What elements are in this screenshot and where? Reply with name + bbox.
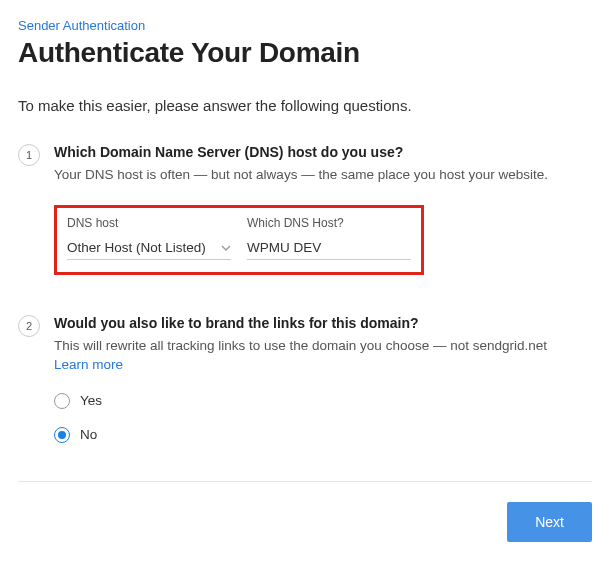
- next-button[interactable]: Next: [507, 502, 592, 542]
- step-2-desc: This will rewrite all tracking links to …: [54, 337, 592, 375]
- dns-host-value: Other Host (Not Listed): [67, 240, 206, 255]
- chevron-down-icon: [221, 241, 231, 253]
- brand-links-no[interactable]: No: [54, 427, 592, 443]
- step-1-desc: Your DNS host is often — but not always …: [54, 166, 592, 185]
- page-title: Authenticate Your Domain: [18, 37, 592, 69]
- dns-host-select[interactable]: Other Host (Not Listed): [67, 236, 231, 260]
- radio-icon: [54, 393, 70, 409]
- step-1-badge: 1: [18, 144, 40, 166]
- divider: [18, 481, 592, 482]
- breadcrumb[interactable]: Sender Authentication: [18, 18, 592, 33]
- dns-fields-highlight: DNS host Other Host (Not Listed) Which D…: [54, 205, 424, 275]
- dns-host-label: DNS host: [67, 216, 231, 230]
- radio-dot-icon: [58, 431, 66, 439]
- brand-links-yes[interactable]: Yes: [54, 393, 592, 409]
- intro-text: To make this easier, please answer the f…: [18, 97, 592, 114]
- no-label: No: [80, 427, 97, 442]
- radio-icon-selected: [54, 427, 70, 443]
- step-2-badge: 2: [18, 315, 40, 337]
- which-dns-value: WPMU DEV: [247, 240, 321, 255]
- which-dns-input[interactable]: WPMU DEV: [247, 236, 411, 260]
- step-2-title: Would you also like to brand the links f…: [54, 315, 592, 331]
- which-dns-label: Which DNS Host?: [247, 216, 411, 230]
- step-1-title: Which Domain Name Server (DNS) host do y…: [54, 144, 592, 160]
- learn-more-link[interactable]: Learn more: [54, 356, 123, 375]
- yes-label: Yes: [80, 393, 102, 408]
